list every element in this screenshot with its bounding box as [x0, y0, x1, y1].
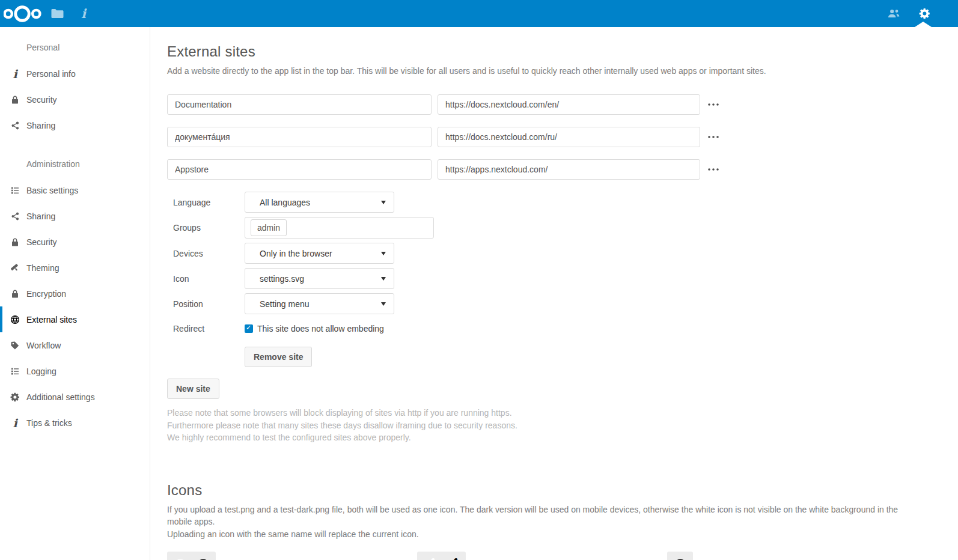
groups-input[interactable]: admin [245, 217, 434, 239]
active-app-caret [915, 22, 932, 27]
site-row [167, 94, 934, 115]
position-label: Position [167, 299, 245, 309]
new-site-button[interactable]: New site [167, 379, 219, 399]
info-icon: i [10, 68, 20, 79]
nextcloud-logo[interactable] [4, 4, 42, 24]
globe-icon [10, 314, 20, 325]
sidebar-item[interactable]: Encryption [0, 281, 150, 306]
list-icon [10, 185, 20, 196]
language-label: Language [167, 198, 245, 207]
icon-entry: external.svg / external-dark.svg [167, 552, 417, 560]
lock-icon [10, 94, 20, 105]
site-url-input[interactable] [438, 127, 700, 147]
lock-icon [10, 288, 20, 299]
site-name-input[interactable] [167, 127, 432, 147]
header-right-icons [888, 8, 958, 19]
icon-label: Icon [167, 274, 245, 284]
icon-preview-box [167, 552, 216, 560]
icon-select[interactable]: settings.svg [245, 268, 394, 289]
site-url-input[interactable] [438, 159, 700, 180]
redirect-checkbox-label: This site does not allow embeding [257, 324, 384, 333]
sidebar-caption-administration: Administration [0, 151, 150, 177]
globe-icon [195, 558, 211, 560]
site-detail-form: Language All languages Groups admin Devi… [167, 192, 934, 367]
remove-site-button[interactable]: Remove site [245, 347, 312, 367]
site-row [167, 159, 934, 180]
icons-description-line: If you upload a test.png and a test-dark… [167, 504, 912, 528]
position-select[interactable]: Setting menu [245, 293, 394, 314]
icon-preview-box: i i [417, 552, 466, 560]
note-line: Furthermore please note that many sites … [167, 419, 934, 432]
site-more-button[interactable] [707, 132, 720, 142]
site-row [167, 127, 934, 147]
redirect-label: Redirect [167, 324, 245, 333]
sidebar-item[interactable]: Workflow [0, 332, 150, 358]
note-line: We highly recommend to test the configur… [167, 431, 934, 444]
sidebar-item[interactable]: Sharing [0, 112, 150, 138]
tag-icon [10, 340, 20, 351]
external-sites-settings-panel: External sites Add a website directly to… [151, 27, 958, 560]
sidebar-caption-personal: Personal [0, 34, 150, 61]
site-name-input[interactable] [167, 159, 432, 180]
devices-select[interactable]: Only in the browser [245, 243, 394, 264]
icon-preview-box [667, 552, 693, 560]
sidebar-item[interactable]: Security [0, 87, 150, 112]
sidebar-item[interactable]: Additional settings [0, 384, 150, 410]
icons-description-line: Uploading an icon with the same name wil… [167, 528, 912, 541]
chevron-down-icon [381, 201, 386, 204]
icons-section: Icons If you upload a test.png and a tes… [167, 482, 934, 560]
icon-entry: settings.svg [667, 552, 917, 560]
chevron-down-icon [381, 302, 386, 306]
sidebar-item[interactable]: i Tips & tricks [0, 410, 150, 436]
info-icon: i [445, 558, 461, 560]
contacts-menu-icon[interactable] [888, 9, 900, 18]
note-line: Please note that some browsers will bloc… [167, 407, 934, 419]
site-url-input[interactable] [438, 94, 700, 115]
redirect-checkbox[interactable] [245, 324, 253, 333]
chevron-down-icon [381, 252, 386, 255]
site-more-button[interactable] [707, 100, 720, 109]
chevron-down-icon [381, 277, 386, 281]
groups-label: Groups [167, 223, 245, 233]
info-icon: i [10, 418, 20, 428]
sidebar-item[interactable]: Sharing [0, 203, 150, 229]
site-more-button[interactable] [707, 165, 720, 174]
sidebar-item[interactable]: Security [0, 229, 150, 255]
group-chip[interactable]: admin [251, 219, 287, 236]
settings-sidebar: Personal i Personal info Security Sharin… [0, 27, 150, 560]
icon-entry: i i info.svg / info-dark.svg [417, 552, 667, 560]
globe-icon [672, 558, 688, 560]
top-header-bar: i [0, 0, 958, 27]
sidebar-item[interactable]: Basic settings [0, 177, 150, 203]
page-description: Add a website directly to the app list i… [167, 65, 934, 77]
site-name-input[interactable] [167, 94, 432, 115]
language-select[interactable]: All languages [245, 192, 394, 213]
browser-notes: Please note that some browsers will bloc… [167, 407, 934, 444]
settings-menu-gear-icon[interactable] [919, 8, 930, 19]
globe-icon [172, 558, 188, 560]
lock-icon [10, 237, 20, 248]
list-icon [10, 366, 20, 377]
info-icon: i [422, 558, 438, 560]
sidebar-item[interactable]: Theming [0, 255, 150, 281]
files-app-icon[interactable] [48, 0, 66, 27]
share-icon [10, 120, 20, 131]
sidebar-item[interactable]: Logging [0, 358, 150, 384]
gear-icon [10, 392, 20, 403]
share-icon [10, 211, 20, 222]
page-title: External sites [167, 43, 934, 60]
sidebar-item[interactable]: i Personal info [0, 61, 150, 87]
external-site-info-app-icon[interactable]: i [75, 0, 93, 27]
sidebar-item[interactable]: External sites [0, 306, 150, 332]
devices-label: Devices [167, 249, 245, 258]
brush-icon [10, 263, 20, 273]
icons-title: Icons [167, 482, 934, 499]
